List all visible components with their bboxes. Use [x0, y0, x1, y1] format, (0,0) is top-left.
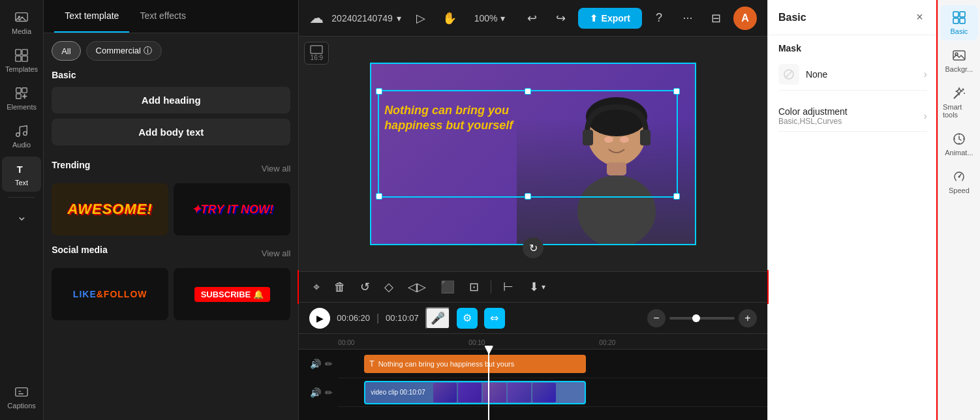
- add-heading-button[interactable]: Add heading: [52, 87, 290, 113]
- ruler-mark-1: 00:10: [468, 339, 485, 346]
- sidebar-item-text[interactable]: T Text: [2, 157, 41, 192]
- tl-download-dropdown[interactable]: ⬇ ▾: [524, 277, 551, 297]
- rs-item-smart-tools[interactable]: Smart tools: [940, 81, 978, 124]
- filter-all[interactable]: All: [52, 41, 80, 61]
- color-adjustment-row[interactable]: Color adjustment Basic,HSL,Curves ›: [778, 101, 927, 132]
- background-icon: [952, 48, 966, 63]
- top-bar-center: ▷ ✋ 100% ▾: [409, 7, 513, 30]
- svg-rect-5: [22, 56, 27, 61]
- trending-view-all[interactable]: View all: [262, 164, 291, 173]
- svg-line-23: [786, 71, 792, 78]
- video-clip[interactable]: video clip 00:10:07: [364, 381, 586, 404]
- wand-icon: [952, 86, 966, 100]
- color-adjustment-left: Color adjustment Basic,HSL,Curves: [778, 106, 848, 126]
- chevron-down-icon: ⌄: [16, 208, 27, 224]
- tl-download-icon: ⬇: [529, 280, 539, 294]
- svg-point-20: [604, 136, 613, 143]
- tab-text-effects[interactable]: Text effects: [129, 0, 196, 33]
- zoom-dropdown-icon: ▾: [500, 13, 505, 23]
- rs-item-speed[interactable]: Speed: [940, 164, 978, 200]
- mic-button[interactable]: 🎤: [425, 307, 450, 329]
- template-like-follow[interactable]: LIKE &FOLLOW: [52, 268, 168, 320]
- hand-tool-button[interactable]: ✋: [438, 7, 461, 30]
- tl-keyframe-icon[interactable]: ◇: [380, 277, 397, 297]
- section-social-title: Social media: [52, 245, 108, 255]
- tab-text-template[interactable]: Text template: [54, 0, 129, 33]
- playhead[interactable]: [488, 350, 489, 420]
- dropdown-arrow-icon: ▾: [397, 13, 401, 23]
- sidebar-item-templates[interactable]: Templates: [2, 43, 41, 78]
- right-panel-close-button[interactable]: ×: [912, 9, 927, 25]
- cursor-tool-button[interactable]: ▷: [409, 7, 433, 30]
- canvas-viewport: 16:9 ⌖ 🗑 ↻ ⤢ ◫ ⊞ ⊟ ⊢ ⬇ ▾ ···: [299, 37, 767, 271]
- template-try-it-now[interactable]: ✦TRY IT NOW!: [174, 183, 290, 235]
- sidebar-item-captions[interactable]: Captions: [2, 380, 41, 415]
- zoom-out-button[interactable]: −: [647, 309, 666, 327]
- track-volume-icon[interactable]: 🔊: [310, 359, 321, 369]
- sidebar-item-elements[interactable]: Elements: [2, 81, 41, 116]
- video-thumb-5: [532, 383, 556, 402]
- add-body-text-button[interactable]: Add body text: [52, 119, 290, 145]
- export-button[interactable]: ⬆ Export: [578, 8, 642, 29]
- text-panel: Text template Text effects All Commercia…: [44, 0, 299, 420]
- person-svg: [551, 81, 682, 244]
- zoom-level-button[interactable]: 100% ▾: [467, 9, 513, 27]
- video-track-row: 🔊 ✏ video clip 00:10:07: [338, 378, 767, 407]
- mask-arrow-icon: ›: [923, 68, 926, 80]
- mask-none-icon: [778, 64, 799, 85]
- tl-loop-icon[interactable]: ↺: [356, 277, 374, 297]
- color-adjustment-section: Color adjustment Basic,HSL,Curves ›: [778, 101, 927, 132]
- filter-commercial[interactable]: Commercial ⓘ: [86, 41, 162, 61]
- more-button[interactable]: ···: [676, 7, 699, 30]
- sidebar-item-media[interactable]: Media: [2, 5, 41, 40]
- template-subscribe[interactable]: SUBSCRIBE 🔔: [174, 268, 290, 320]
- split-view-button[interactable]: ⊟: [705, 7, 728, 30]
- tl-mirror-icon[interactable]: ◁▷: [404, 277, 430, 297]
- cloud-icon: ☁: [309, 10, 324, 27]
- social-view-all[interactable]: View all: [262, 248, 291, 258]
- undo-button[interactable]: ↩: [521, 7, 544, 30]
- sidebar-item-more[interactable]: ⌄: [2, 203, 41, 229]
- play-button[interactable]: ▶: [309, 308, 330, 329]
- track-edit-icon[interactable]: ✏: [325, 359, 333, 369]
- project-name[interactable]: 202402140749 ▾: [331, 13, 401, 23]
- refresh-button[interactable]: ↻: [523, 237, 544, 258]
- video-thumb-1: [433, 383, 457, 402]
- zoom-slider[interactable]: [669, 317, 735, 320]
- templates-icon: [14, 48, 29, 63]
- rs-item-animate[interactable]: Animat...: [940, 127, 978, 162]
- svg-point-1: [18, 16, 21, 18]
- tl-crop-icon[interactable]: ⊡: [465, 277, 483, 297]
- top-bar-right: ↩ ↪ ⬆ Export ? ··· ⊟ A: [521, 7, 757, 30]
- panel-tabs: Text template Text effects: [44, 0, 298, 33]
- timeline-track-area: 🔊 ✏ T Nothing can bring you happiness bu…: [299, 350, 767, 420]
- right-panel-title: Basic: [778, 12, 806, 23]
- tl-action-2[interactable]: ⇔: [484, 308, 505, 329]
- person-layer: [517, 64, 695, 244]
- tl-action-1[interactable]: ⚙: [457, 308, 478, 329]
- rs-item-background[interactable]: Backgr...: [940, 43, 978, 78]
- video-volume-icon[interactable]: 🔊: [310, 387, 321, 398]
- tl-freeze-icon[interactable]: ⬛: [436, 277, 459, 297]
- video-edit-icon[interactable]: ✏: [325, 387, 333, 398]
- avatar-button[interactable]: A: [733, 7, 757, 30]
- template-awesome[interactable]: AWESOME!: [52, 183, 168, 235]
- rs-item-basic[interactable]: Basic: [940, 5, 978, 40]
- text-clip[interactable]: T Nothing can bring you happiness but yo…: [364, 355, 586, 373]
- svg-rect-13: [311, 46, 322, 53]
- tl-delete-icon[interactable]: 🗑: [330, 278, 350, 297]
- redo-button[interactable]: ↪: [549, 7, 573, 30]
- svg-rect-27: [960, 18, 965, 23]
- tl-split-icon[interactable]: ⌖: [309, 278, 324, 297]
- svg-rect-0: [16, 13, 27, 22]
- section-basic-title: Basic: [52, 70, 290, 80]
- mask-none-row[interactable]: None ›: [778, 59, 927, 91]
- zoom-in-button[interactable]: +: [739, 309, 757, 327]
- svg-rect-12: [16, 388, 27, 397]
- timeline-ruler: 00:00 00:10 00:20: [299, 334, 767, 350]
- help-button[interactable]: ?: [647, 7, 671, 30]
- canvas-frame: Nothing can bring you happiness but your…: [370, 63, 696, 245]
- svg-point-9: [16, 133, 20, 137]
- tl-trim-icon[interactable]: ⊢: [499, 277, 517, 297]
- sidebar-item-audio[interactable]: Audio: [2, 119, 41, 154]
